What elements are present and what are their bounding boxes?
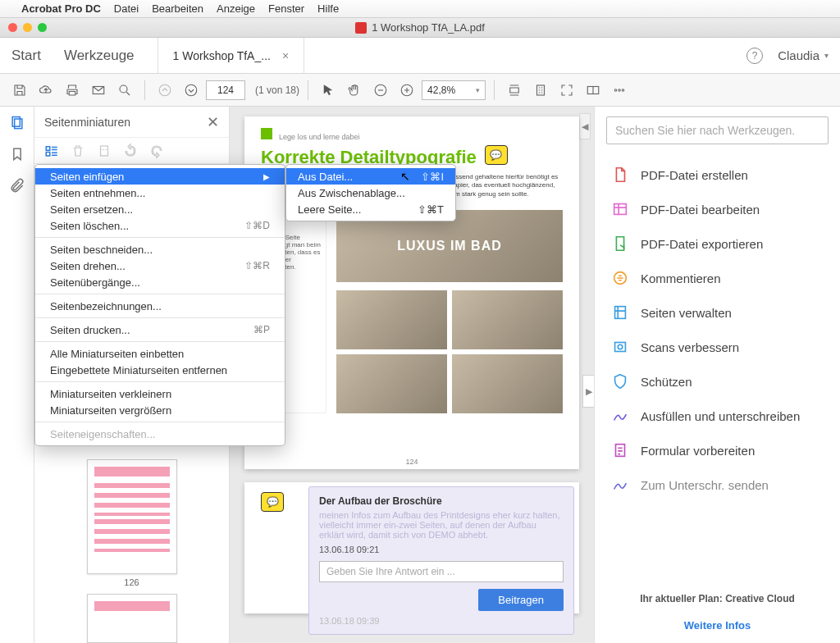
more-info-link[interactable]: Weitere Infos	[595, 613, 840, 643]
menu-enlarge-thumbs[interactable]: Miniaturseiten vergrößern	[35, 402, 285, 418]
attachments-rail-icon[interactable]	[9, 177, 25, 194]
menu-help[interactable]: Hilfe	[317, 2, 339, 15]
document-tab[interactable]: 1 Workshop TfA_... ×	[158, 38, 305, 74]
thumbnails-close-icon[interactable]: ✕	[207, 113, 219, 131]
tool-label: Formular vorbereiten	[641, 444, 755, 458]
menu-insert-pages[interactable]: Seiten einfügen▶	[35, 168, 285, 185]
thumb-delete-icon[interactable]	[71, 144, 85, 158]
menu-delete-pages[interactable]: Seiten löschen...⇧⌘D	[35, 217, 285, 234]
page-thumbnail[interactable]: 126	[87, 459, 177, 587]
thumb-rotate-cw-icon[interactable]	[149, 144, 164, 158]
nav-start[interactable]: Start	[11, 48, 41, 64]
mail-icon[interactable]	[87, 79, 110, 102]
menu-page-transitions[interactable]: Seitenübergänge...	[35, 274, 285, 290]
thumb-rotate-ccw-icon[interactable]	[123, 144, 138, 158]
menu-page-labels[interactable]: Seitenbezeichnungen...	[35, 298, 285, 314]
user-menu[interactable]: Claudia▾	[778, 48, 829, 62]
tool-item[interactable]: Kommentieren	[595, 261, 840, 295]
svg-point-20	[618, 344, 623, 349]
page-up-icon[interactable]	[153, 79, 176, 102]
comment-timestamp-2: 13.06.18 09:39	[319, 616, 564, 626]
window-titlebar: 1 Workshop TfA_LA.pdf	[0, 18, 840, 38]
cloud-icon[interactable]	[34, 79, 57, 102]
tool-item[interactable]: PDF-Datei exportieren	[595, 226, 840, 261]
svg-rect-12	[14, 119, 21, 129]
menu-file[interactable]: Datei	[114, 2, 139, 15]
svg-rect-18	[615, 307, 626, 319]
submenu-from-file[interactable]: Aus Datei...⇧⌘I	[286, 168, 455, 185]
tool-item[interactable]: Scans verbessern	[595, 330, 840, 364]
insert-pages-submenu: Aus Datei...⇧⌘I Aus Zwischenablage... Le…	[285, 164, 456, 221]
tab-close-icon[interactable]: ×	[282, 49, 289, 62]
tool-icon	[611, 200, 629, 218]
bookmarks-rail-icon[interactable]	[9, 146, 25, 162]
photo	[452, 354, 563, 413]
menu-remove-thumbs[interactable]: Eingebettete Miniaturseiten entfernen	[35, 362, 285, 378]
menu-extract-pages[interactable]: Seiten entnehmen...	[35, 185, 285, 201]
tool-icon	[611, 441, 629, 459]
tool-icon	[611, 303, 629, 322]
tool-item[interactable]: Seiten verwalten	[595, 295, 840, 330]
nav-tools[interactable]: Werkzeuge	[64, 48, 135, 64]
tool-item[interactable]: PDF-Datei erstellen	[595, 157, 840, 192]
tool-label: Seiten verwalten	[641, 306, 732, 320]
comment-popup: Der Aufbau der Broschüre meinen Infos zu…	[308, 486, 574, 635]
tool-item[interactable]: Schützen	[595, 364, 840, 399]
page-count: (1 von 18)	[255, 84, 299, 96]
pdf-icon	[355, 22, 367, 34]
tool-item[interactable]: Formular vorbereiten	[595, 433, 840, 467]
page-thumbnail[interactable]	[87, 594, 177, 643]
comment-reply-input[interactable]: Geben Sie Ihre Antwort ein ...	[319, 561, 564, 582]
page-number: 124	[405, 458, 418, 466]
tools-panel: Suchen Sie hier nach Werkzeugen. PDF-Dat…	[594, 107, 840, 643]
collapse-right-icon[interactable]: ▶	[582, 375, 594, 408]
tool-label: PDF-Datei bearbeiten	[641, 203, 760, 217]
thumb-label: 126	[87, 577, 177, 587]
zoom-out-icon[interactable]	[369, 79, 392, 102]
menu-embed-thumbs[interactable]: Alle Miniaturseiten einbetten	[35, 345, 285, 362]
plan-label: Ihr aktueller Plan: Creative Cloud	[595, 585, 840, 613]
zoom-select[interactable]: 42,8%▾	[422, 80, 486, 100]
comment-icon[interactable]: 💬	[261, 492, 284, 512]
more-icon[interactable]	[608, 79, 631, 102]
submenu-blank-page[interactable]: Leere Seite...⇧⌘T	[286, 201, 455, 217]
comment-icon[interactable]: 💬	[485, 145, 508, 165]
tool-item[interactable]: PDF-Datei bearbeiten	[595, 192, 840, 226]
menu-app[interactable]: Acrobat Pro DC	[21, 2, 101, 15]
page-down-icon[interactable]	[180, 79, 203, 102]
tool-item[interactable]: Zum Unterschr. senden	[595, 467, 840, 502]
menu-shrink-thumbs[interactable]: Miniaturseiten verkleinern	[35, 385, 285, 402]
svg-point-8	[614, 89, 616, 90]
fit-width-icon[interactable]	[503, 79, 526, 102]
menu-rotate-pages[interactable]: Seiten drehen...⇧⌘R	[35, 258, 285, 274]
zoom-in-icon[interactable]	[395, 79, 418, 102]
menu-window[interactable]: Fenster	[268, 2, 304, 15]
thumbnails-panel: Seitenminiaturen ✕ 126 Seiten einfügen▶ …	[34, 107, 230, 643]
select-icon[interactable]	[317, 79, 340, 102]
window-title: 1 Workshop TfA_LA.pdf	[372, 21, 485, 34]
fit-page-icon[interactable]	[529, 79, 552, 102]
tool-item[interactable]: Ausfüllen und unterschreiben	[595, 399, 840, 433]
print-icon[interactable]	[61, 79, 84, 102]
svg-point-2	[159, 84, 171, 96]
save-icon[interactable]	[8, 79, 31, 102]
thumb-extract-icon[interactable]	[97, 144, 112, 158]
search-icon[interactable]	[113, 79, 136, 102]
collapse-doc-icon[interactable]: ◀	[579, 113, 591, 139]
contribute-button[interactable]: Beitragen	[478, 589, 564, 611]
fullscreen-icon[interactable]	[555, 79, 578, 102]
menu-view[interactable]: Anzeige	[217, 2, 255, 15]
hand-icon[interactable]	[343, 79, 366, 102]
read-mode-icon[interactable]	[582, 79, 605, 102]
menu-crop-pages[interactable]: Seiten beschneiden...	[35, 241, 285, 258]
thumb-options-icon[interactable]	[44, 144, 59, 158]
menu-print-pages[interactable]: Seiten drucken...⌘P	[35, 322, 285, 338]
menu-edit[interactable]: Bearbeiten	[152, 2, 203, 15]
thumbnails-rail-icon[interactable]	[9, 115, 25, 131]
tools-search-input[interactable]: Suchen Sie hier nach Werkzeugen.	[606, 116, 829, 144]
help-icon[interactable]: ?	[746, 48, 763, 64]
submenu-from-clipboard[interactable]: Aus Zwischenablage...	[286, 185, 455, 201]
thumbnails-title: Seitenminiaturen	[44, 116, 130, 129]
page-input[interactable]: 124	[206, 80, 245, 100]
menu-replace-pages[interactable]: Seiten ersetzen...	[35, 201, 285, 217]
